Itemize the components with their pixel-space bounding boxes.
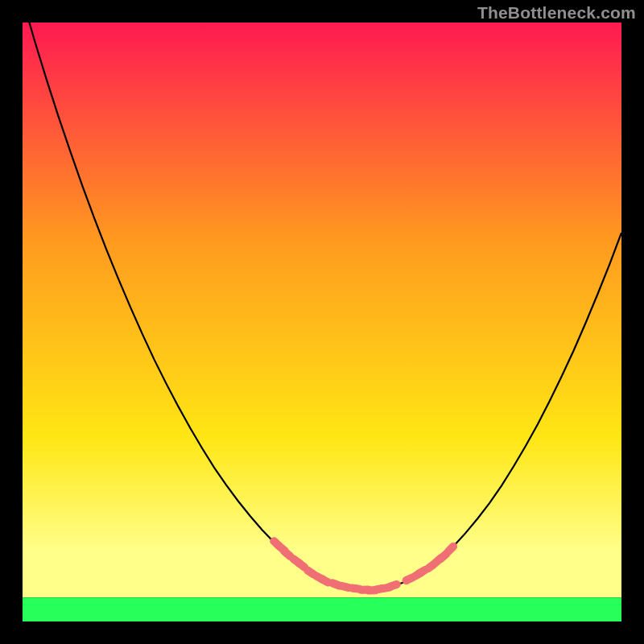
watermark-text: TheBottleneck.com [477, 3, 636, 23]
gradient-bg [23, 23, 621, 597]
bottleneck-chart [23, 23, 621, 621]
chart-frame [23, 23, 621, 621]
green-band [23, 597, 621, 621]
